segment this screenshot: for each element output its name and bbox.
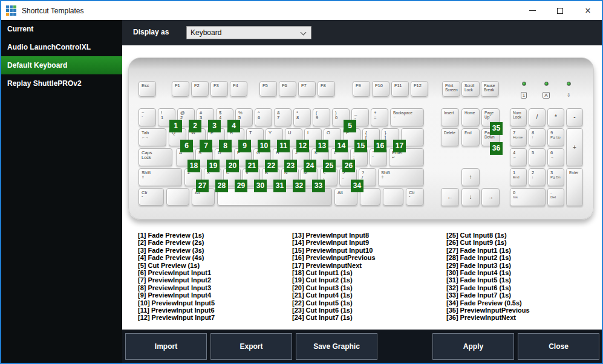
sidebar-item-default-keyboard[interactable]: Default Keyboard (1, 56, 122, 74)
shortcut-item: [31] Fade Input5 (1s) (446, 276, 530, 284)
shortcut-column-3: [25] Cut Input8 (1s)[26] Cut Input9 (1s)… (446, 232, 530, 322)
shortcut-badge-29: 29 (235, 180, 247, 192)
shortcut-badge-23: 23 (284, 160, 297, 172)
close-button[interactable]: Close (518, 333, 599, 360)
key-7: &7 (274, 108, 292, 126)
key-7: 7Home (510, 128, 527, 146)
shortcut-item: [30] Fade Input4 (1s) (446, 269, 530, 276)
app-icon-square (13, 13, 16, 16)
shortcut-item: [27] Fade Input1 (1s) (446, 247, 530, 254)
key-backspace: Backspace← (390, 108, 424, 126)
key-blank: += (371, 108, 388, 126)
key-8: 8↑ (529, 128, 546, 146)
key-scroll-lock: ScrollLock (461, 81, 480, 97)
led-dot (544, 82, 549, 86)
shortcut-badge-26: 26 (342, 160, 355, 172)
key-9: 9Pg Up (547, 128, 564, 146)
shortcut-item: [11] PreviewInput Input6 (138, 307, 215, 314)
sidebar-item-replay-shuttleprov2[interactable]: Replay ShuttlePROv2 (1, 74, 122, 93)
shortcut-badge-19: 19 (207, 160, 220, 172)
shortcut-badge-12: 12 (296, 140, 309, 152)
key-shift: Shift⇧ (139, 168, 182, 186)
shortcut-item: [14] PreviewInput Input9 (292, 239, 376, 246)
key-f6: F6 (279, 81, 296, 97)
shortcut-item: [17] PreviewInputNext (292, 262, 376, 269)
keyboard-body: EscF1F2F3F4F5F6F7F8F9F10F11F12PrintScree… (128, 57, 594, 219)
led-dot (522, 82, 526, 86)
key-blank: ← (441, 188, 459, 206)
shortcut-badge-4: 4 (227, 120, 240, 132)
shortcut-item: [29] Fade Input3 (1s) (446, 262, 530, 269)
shortcut-item: [28] Fade Input2 (1s) (446, 254, 530, 261)
led-indicator-a: A (541, 82, 551, 99)
app-icon (6, 5, 16, 16)
shortcut-badge-1: 1 (169, 120, 182, 132)
shortcut-item: [19] Cut Input2 (1s) (292, 276, 376, 284)
window-title: Shortcut Templates (22, 7, 84, 15)
shortcut-item: [22] Cut Input5 (1s) (292, 299, 376, 307)
key-blank: .Del (547, 188, 564, 206)
window-body: CurrentAudio LaunchControlXLDefault Keyb… (1, 20, 602, 363)
shortcut-item: [35] PreviewInputPrevious (446, 307, 530, 314)
export-button[interactable]: Export (210, 333, 292, 360)
key-home: Home (461, 108, 480, 126)
display-as-bar: Display as Keyboard (122, 20, 602, 45)
footer-bar: ImportExportSave GraphicApplyClose (122, 330, 602, 363)
shortcut-item: [20] Cut Input3 (1s) (292, 284, 376, 291)
key-f2: F2 (191, 81, 209, 97)
shortcut-item: [34] Fade Preview (0.5s) (446, 299, 530, 307)
shortcut-item: [3] Fade Preview (3s) (138, 247, 215, 254)
app-icon-square (10, 5, 13, 8)
shortcut-item: [33] Fade Input7 (1s) (446, 291, 530, 299)
shortcut-column-1: [1] Fade Preview (1s)[2] Fade Preview (2… (138, 232, 215, 322)
shortcut-badge-32: 32 (293, 180, 305, 192)
shortcut-badge-31: 31 (273, 180, 286, 192)
key-f12: F12 (411, 81, 428, 97)
key-f8: F8 (318, 81, 335, 97)
key-9: (9 (313, 108, 330, 126)
shortcut-item: [5] Cut Preview (1s) (138, 262, 215, 269)
key-ctr: Ctr* (406, 188, 424, 206)
key-2: 2↓ (529, 168, 546, 186)
sidebar-item-current[interactable]: Current (1, 20, 122, 38)
key-blank: ↓ (461, 188, 480, 206)
key-4: 4← (510, 148, 527, 166)
template-sidebar: CurrentAudio LaunchControlXLDefault Keyb… (1, 20, 122, 363)
maximize-button[interactable] (546, 1, 574, 20)
key-num-lock: NumLock (510, 108, 527, 126)
key-blank: → (481, 188, 500, 206)
minimize-button[interactable] (518, 1, 546, 20)
shortcut-badge-10: 10 (258, 140, 270, 152)
key-blank (383, 188, 403, 206)
shortcut-badge-34: 34 (351, 180, 363, 192)
shortcut-badge-15: 15 (354, 140, 367, 152)
key-blank: - (566, 108, 583, 126)
save-graphic-button[interactable]: Save Graphic (296, 333, 377, 360)
shortcut-item: [2] Fade Preview (2s) (138, 239, 215, 246)
shortcut-item: [10] PreviewInput Input5 (138, 299, 215, 307)
import-button[interactable]: Import (125, 333, 207, 360)
display-as-dropdown[interactable]: Keyboard (186, 26, 311, 39)
shortcut-badge-6: 6 (180, 140, 193, 152)
shortcut-item: [18] Cut Input1 (1s) (292, 269, 376, 276)
key-end: End (461, 128, 480, 146)
key-insert: Insert (441, 108, 459, 126)
shortcut-badge-8: 8 (219, 140, 232, 152)
shortcut-badge-5: 5 (344, 120, 356, 132)
key-blank: ↑ (461, 168, 480, 186)
key-delete: Delete (441, 128, 459, 146)
key-8: *8 (293, 108, 311, 126)
shortcut-badge-18: 18 (187, 160, 200, 172)
shortcut-item: [8] PreviewInput Input3 (138, 284, 215, 291)
key-f1: F1 (172, 81, 189, 97)
sidebar-item-audio-launchcontrolxl[interactable]: Audio LaunchControlXL (1, 38, 122, 56)
apply-button[interactable]: Apply (432, 333, 514, 360)
app-icon-square (6, 13, 9, 16)
shortcut-badge-21: 21 (246, 160, 258, 172)
led-symbol: A (543, 92, 549, 99)
close-button[interactable]: × (574, 1, 602, 20)
key-f4: F4 (230, 81, 247, 97)
shortcut-item: [32] Fade Input6 (1s) (446, 284, 530, 291)
key-f10: F10 (372, 81, 390, 97)
key-esc: Esc (139, 81, 156, 97)
